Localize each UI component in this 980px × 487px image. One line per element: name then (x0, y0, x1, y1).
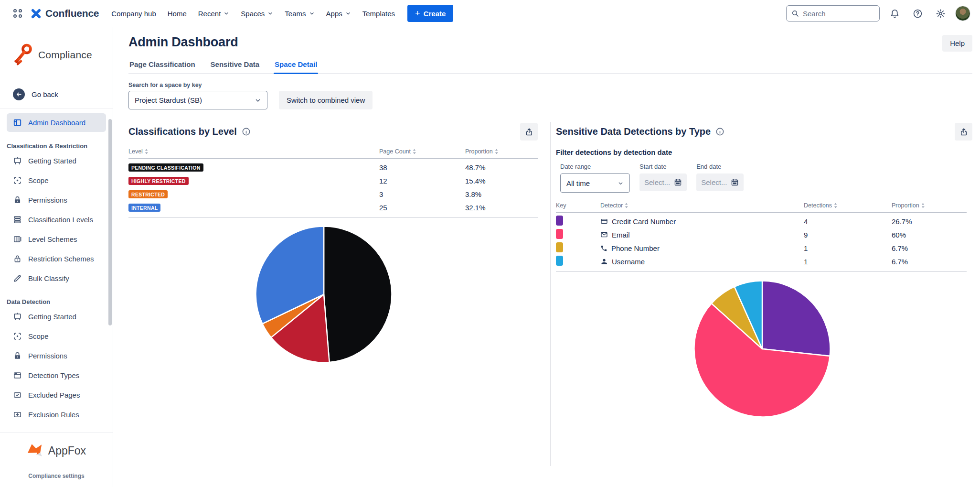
info-icon[interactable] (715, 127, 724, 136)
detections-value: 4 (804, 217, 892, 226)
settings-gear-icon[interactable] (932, 5, 948, 22)
tab-sensitive-data[interactable]: Sensitive Data (210, 57, 261, 73)
sidebar-item-label: Restriction Schemes (28, 255, 94, 263)
start-date-input[interactable]: Select... (639, 173, 687, 191)
card-icon (13, 371, 22, 380)
proportion-value: 3.8% (465, 190, 538, 198)
column-header-level[interactable]: Level (128, 148, 379, 155)
nav-item-templates[interactable]: Templates (358, 6, 400, 22)
fox-icon (27, 443, 44, 458)
pie-slice[interactable]: Credit Card Number: 26.7% (762, 281, 830, 356)
user-avatar[interactable] (955, 6, 970, 21)
confluence-logo[interactable]: Confluence (29, 8, 104, 19)
detections-value: 9 (804, 231, 892, 239)
sidebar-item-label: Scope (28, 332, 49, 340)
sidebar-item-label: Excluded Pages (28, 391, 80, 399)
column-header-detections[interactable]: Detections (804, 202, 892, 209)
sidebar-item-level-schemes[interactable]: Level Schemes (7, 230, 106, 249)
search-input[interactable] (803, 10, 870, 18)
column-header-detector[interactable]: Detector (600, 202, 804, 209)
help-button[interactable]: Help (942, 35, 972, 52)
sidebar-item-label: Scope (28, 176, 49, 184)
sidebar-divider (0, 432, 113, 433)
global-search[interactable] (786, 5, 880, 22)
sidebar-item-permissions[interactable]: Permissions (7, 346, 106, 365)
key-color-swatch (556, 229, 563, 239)
sidebar-scrollbar[interactable] (108, 119, 112, 325)
page-count-value: 38 (379, 163, 465, 172)
sidebar-item-exclusion-rules[interactable]: Exclusion Rules (7, 405, 106, 424)
sidebar-item-scope[interactable]: Scope (7, 171, 106, 190)
notifications-bell-icon[interactable] (886, 5, 903, 22)
compliance-sidebar: Compliance Go back Admin Dashboard Class… (0, 27, 113, 487)
sort-icon (495, 149, 498, 154)
sidebar-item-scope[interactable]: Scope (7, 327, 106, 346)
detections-value: 1 (804, 244, 892, 252)
tab-page-classification[interactable]: Page Classification (128, 57, 196, 73)
sidebar-item-restriction-schemes[interactable]: Restriction Schemes (7, 249, 106, 268)
sidebar-item-getting-started[interactable]: Getting Started (7, 307, 106, 326)
proportion-value: 6.7% (892, 258, 967, 266)
app-switcher-icon[interactable] (10, 5, 26, 22)
nav-item-home[interactable]: Home (163, 6, 192, 22)
nav-item-label: Spaces (241, 10, 265, 18)
column-header-proportion[interactable]: Proportion (465, 148, 538, 155)
pie-slice[interactable]: Pending Classification: 48.7% (324, 227, 392, 363)
classifications-pie-chart: Pending Classification: 48.7%Highly Rest… (255, 225, 393, 364)
username-icon (600, 258, 608, 265)
sidebar-item-permissions[interactable]: Permissions (7, 191, 106, 209)
search-icon (791, 10, 799, 17)
sidebar-item-excluded-pages[interactable]: Excluded Pages (7, 386, 106, 404)
info-icon[interactable] (242, 127, 251, 136)
chevron-down-icon (618, 180, 624, 186)
sidebar-item-label: Permissions (28, 352, 67, 360)
end-date-input[interactable]: Select... (696, 173, 744, 191)
nav-item-apps[interactable]: Apps (321, 6, 356, 22)
table-row: Credit Card Number426.7% (556, 215, 967, 228)
compliance-settings-link[interactable]: Compliance settings (0, 473, 113, 479)
nav-item-teams[interactable]: Teams (280, 6, 319, 22)
sidebar-item-label: Level Schemes (28, 235, 77, 243)
table-row: PENDING CLASSIFICATION3848.7% (128, 161, 538, 174)
appfox-logo[interactable]: AppFox (0, 443, 113, 458)
start-date-label: Start date (639, 163, 687, 170)
nav-item-spaces[interactable]: Spaces (236, 6, 278, 22)
confluence-mark-icon (31, 8, 42, 19)
chevron-down-icon (309, 11, 315, 16)
nav-item-label: Templates (362, 10, 395, 18)
sidebar-item-detection-types[interactable]: Detection Types (7, 366, 106, 385)
column-header-page-count[interactable]: Page Count (379, 148, 465, 155)
export-button[interactable] (520, 123, 538, 141)
key-color-swatch (556, 242, 563, 252)
detector-name: Phone Number (611, 244, 660, 252)
pencil-icon (13, 274, 22, 283)
nav-item-label: Company hub (111, 10, 156, 18)
sidebar-item-label: Getting Started (28, 157, 76, 165)
page-count-value: 3 (379, 190, 465, 198)
sort-icon (413, 149, 416, 154)
product-name: Confluence (45, 8, 99, 19)
sidebar-item-getting-started[interactable]: Getting Started (7, 152, 106, 170)
go-back-button[interactable]: Go back (13, 88, 113, 100)
nav-item-recent[interactable]: Recent (193, 6, 234, 22)
help-icon[interactable] (909, 5, 926, 22)
proportion-value: 60% (892, 231, 967, 239)
tab-space-detail[interactable]: Space Detail (274, 57, 318, 73)
column-header-proportion[interactable]: Proportion (892, 202, 967, 209)
sidebar-item-admin-dashboard[interactable]: Admin Dashboard (7, 113, 106, 132)
detections-panel-title: Sensitive Data Detections by Type (556, 126, 711, 137)
credit-card-icon (600, 217, 608, 225)
detections-value: 1 (804, 258, 892, 266)
export-button[interactable] (955, 123, 972, 141)
dashboard-panels: Classifications by Level LevelPage Count… (113, 122, 980, 466)
nav-item-company-hub[interactable]: Company hub (107, 6, 160, 22)
phone-icon (600, 245, 607, 252)
create-button[interactable]: + Create (407, 5, 453, 22)
switch-combined-view-button[interactable]: Switch to combined view (279, 91, 373, 109)
detector-name: Username (612, 258, 645, 266)
sidebar-item-bulk-classify[interactable]: Bulk Classify (7, 269, 106, 288)
sidebar-item-label: Permissions (28, 196, 67, 204)
space-select[interactable]: Project Stardust (SB) (128, 91, 267, 109)
date-range-select[interactable]: All time (560, 173, 630, 193)
sidebar-item-classification-levels[interactable]: Classification Levels (7, 210, 106, 229)
